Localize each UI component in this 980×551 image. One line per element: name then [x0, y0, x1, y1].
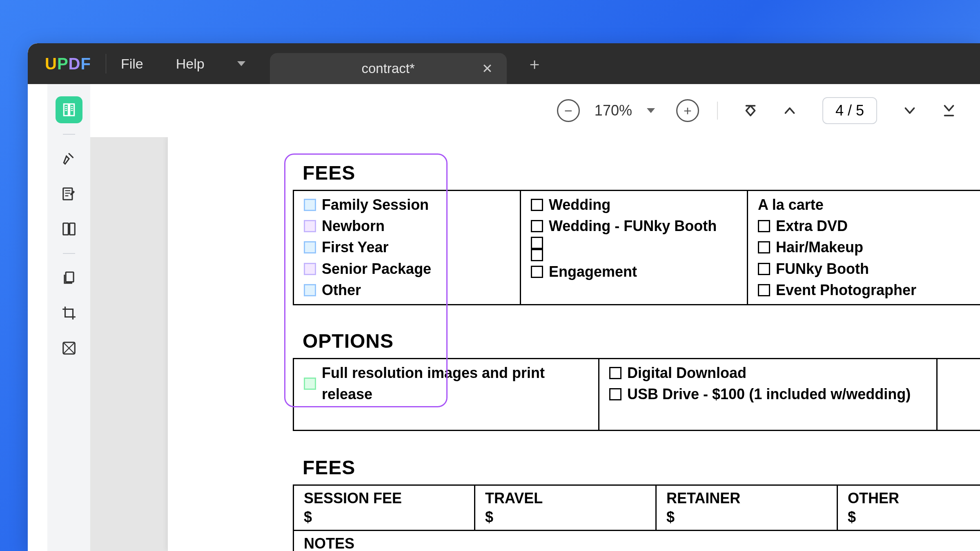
document-canvas[interactable]: FEES Family Session Newborn First Year S…: [90, 137, 980, 551]
menu-help[interactable]: Help: [176, 56, 205, 72]
checkbox[interactable]: [531, 199, 543, 211]
view-toolbar: − 170% + 4 / 5: [90, 84, 980, 137]
checkbox[interactable]: [758, 241, 770, 253]
checkbox[interactable]: [531, 249, 543, 261]
new-tab-button[interactable]: ＋: [526, 53, 543, 75]
menu-file[interactable]: File: [121, 56, 143, 72]
checkbox-row[interactable]: [531, 237, 737, 249]
checkbox[interactable]: [531, 220, 543, 232]
last-page-button[interactable]: [941, 102, 957, 119]
redact-tool[interactable]: [56, 335, 82, 362]
svg-rect-2: [69, 223, 75, 235]
copy-tool[interactable]: [56, 264, 82, 291]
checkbox[interactable]: [758, 220, 770, 232]
fees-grid: Family Session Newborn First Year Senior…: [293, 190, 980, 305]
zoom-in-button[interactable]: +: [676, 99, 699, 122]
checkbox-row[interactable]: Wedding - FUNky Booth: [531, 216, 737, 237]
fees-heading: FEES: [303, 162, 980, 184]
tab-title: contract*: [362, 61, 415, 76]
checkbox[interactable]: [304, 199, 316, 211]
prev-page-button[interactable]: [782, 102, 798, 119]
checkbox-row[interactable]: Wedding: [531, 194, 737, 216]
checkbox-row[interactable]: FUNky Booth: [758, 258, 980, 280]
next-page-button[interactable]: [902, 102, 918, 119]
pdf-page: FEES Family Session Newborn First Year S…: [168, 137, 980, 551]
fees-amounts-table: SESSION FEE $ TRAVEL $ RETAINER $: [293, 484, 980, 531]
svg-rect-3: [66, 272, 74, 282]
checkbox[interactable]: [609, 388, 621, 400]
tools-sidebar: [47, 84, 90, 551]
zoom-value: 170%: [595, 102, 632, 119]
checkbox-row[interactable]: Full resolution images and print release: [304, 362, 588, 405]
checkbox[interactable]: [609, 367, 621, 379]
notes-row: NOTES: [293, 531, 980, 551]
other-cell: OTHER $: [838, 486, 980, 530]
zoom-dropdown-icon[interactable]: [647, 108, 655, 113]
checkbox[interactable]: [304, 241, 316, 253]
edit-tool[interactable]: [56, 180, 82, 207]
left-gutter: [28, 84, 47, 551]
checkbox-row[interactable]: USB Drive - $100 (1 included w/wedding): [609, 384, 927, 405]
highlight-tool[interactable]: [56, 145, 82, 172]
close-tab-icon[interactable]: ✕: [482, 61, 493, 76]
travel-cell: TRAVEL $: [475, 486, 657, 530]
divider: [717, 102, 718, 120]
checkbox[interactable]: [304, 263, 316, 275]
checkbox-row[interactable]: First Year: [304, 237, 510, 258]
app-window: UPDF File Help contract* ✕ ＋: [28, 43, 980, 551]
checkbox[interactable]: [758, 284, 770, 296]
checkbox-row[interactable]: Digital Download: [609, 362, 927, 384]
checkbox-row[interactable]: Hair/Makeup: [758, 237, 980, 258]
checkbox-row[interactable]: Extra DVD: [758, 216, 980, 237]
fees-column-3: A la carte Extra DVD Hair/Makeup FUNky B…: [748, 191, 980, 304]
page-tool[interactable]: [56, 216, 82, 242]
app-logo: UPDF: [45, 55, 91, 73]
checkbox[interactable]: [531, 237, 543, 249]
fees-column-2: Wedding Wedding - FUNky Booth Engagement: [521, 191, 748, 304]
zoom-out-button[interactable]: −: [557, 99, 580, 122]
options-column-2: Digital Download USB Drive - $100 (1 inc…: [599, 359, 938, 430]
checkbox-row[interactable]: Event Photographer: [758, 280, 980, 301]
first-page-button[interactable]: [742, 102, 759, 119]
checkbox-row[interactable]: Engagement: [531, 261, 737, 282]
tool-separator: [63, 134, 75, 135]
document-tab[interactable]: contract* ✕: [270, 53, 507, 84]
document-content: FEES Family Session Newborn First Year S…: [303, 162, 980, 551]
checkbox-row[interactable]: Newborn: [304, 216, 510, 237]
retainer-cell: RETAINER $: [657, 486, 838, 530]
checkbox-row[interactable]: Senior Package: [304, 258, 510, 280]
checkbox[interactable]: [531, 266, 543, 278]
options-column-1: Full resolution images and print release: [294, 359, 599, 430]
fees2-heading: FEES: [303, 456, 980, 479]
titlebar: UPDF File Help contract* ✕ ＋: [28, 43, 980, 84]
alacarte-header: A la carte: [758, 194, 980, 216]
tool-separator: [63, 253, 75, 254]
page-indicator[interactable]: 4 / 5: [822, 97, 877, 124]
workspace: − 170% + 4 / 5: [28, 84, 980, 551]
divider: [106, 54, 106, 73]
session-fee-cell: SESSION FEE $: [294, 486, 475, 530]
reader-tool[interactable]: [56, 96, 82, 123]
checkbox-row[interactable]: Other: [304, 280, 510, 301]
menu-dropdown-icon[interactable]: [237, 61, 245, 66]
options-column-3: [938, 359, 980, 430]
checkbox[interactable]: [304, 378, 316, 390]
fees-column-1: Family Session Newborn First Year Senior…: [294, 191, 521, 304]
checkbox[interactable]: [304, 220, 316, 232]
svg-rect-1: [63, 223, 68, 235]
options-grid: Full resolution images and print release…: [293, 358, 980, 431]
checkbox[interactable]: [758, 263, 770, 275]
crop-tool[interactable]: [56, 300, 82, 327]
main-area: − 170% + 4 / 5: [90, 84, 980, 551]
checkbox-row[interactable]: Family Session: [304, 194, 510, 216]
options-heading: OPTIONS: [303, 330, 980, 352]
checkbox[interactable]: [304, 284, 316, 296]
checkbox-row[interactable]: [531, 249, 737, 261]
